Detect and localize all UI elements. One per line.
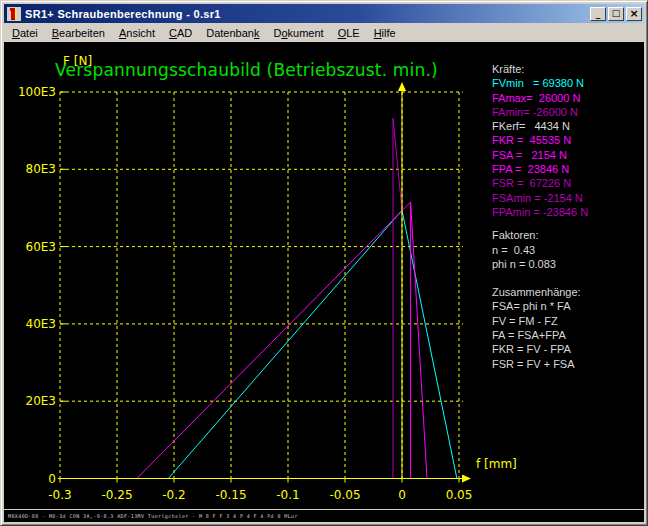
info-block-kraefte: Kräfte:FVmin = 69380 NFAmax= 26000 NFAmi… <box>492 62 588 219</box>
status-bar: M8X40D-88 - M8-3d CON 3A,-9-8.3 ADF-13MV… <box>4 509 644 522</box>
menu-item-bearbeiten[interactable]: Bearbeiten <box>46 25 113 41</box>
series-operating-state-bolt-line <box>137 202 411 479</box>
titlebar[interactable]: SR1+ Schraubenberechnung - 0.sr1 _ □ × <box>4 4 644 23</box>
close-icon: × <box>629 8 638 19</box>
menu-item-ole[interactable]: OLE <box>332 25 368 41</box>
info-line: FSR = 67226 N <box>492 176 588 190</box>
x-tick-label: -0.05 <box>329 488 360 502</box>
info-line: phi n = 0.083 <box>492 257 588 271</box>
menu-item-ansicht[interactable]: Ansicht <box>113 25 163 41</box>
app-icon[interactable] <box>7 7 21 21</box>
minimize-icon: _ <box>596 10 601 19</box>
info-block-zusammenhaenge: Zusammenhänge:FSA= phi n * FAFV = FM - F… <box>492 285 588 371</box>
info-line: Faktoren: <box>492 228 588 242</box>
info-line: FV = FM - FZ <box>492 314 588 328</box>
info-line: FVmin = 69380 N <box>492 76 588 90</box>
menubar: DateiBearbeitenAnsichtCADDatenbankDokume… <box>4 23 644 42</box>
menu-item-dokument[interactable]: Dokument <box>267 25 331 41</box>
x-tick-label: -0.15 <box>215 488 246 502</box>
info-line: Zusammenhänge: <box>492 285 588 299</box>
info-line: FSA = 2154 N <box>492 148 588 162</box>
chart-client-area: F [N] Verspannungsschaubild (Betriebszus… <box>4 42 644 509</box>
x-axis-label: f [mm] <box>476 457 517 471</box>
maximize-icon: □ <box>612 8 621 18</box>
info-line: FAmin= -26000 N <box>492 105 588 119</box>
info-line: FKR = 45535 N <box>492 133 588 147</box>
x-tick-label: 0.05 <box>446 488 473 502</box>
x-axis-arrow-icon <box>462 475 471 483</box>
info-line: FSA= phi n * FA <box>492 299 588 313</box>
series-min-state-peak-line <box>393 118 402 478</box>
info-line: n = 0.43 <box>492 243 588 257</box>
y-tick-label: 100E3 <box>12 85 56 99</box>
x-tick-label: -0.25 <box>101 488 132 502</box>
info-panel: Kräfte:FVmin = 69380 NFAmax= 26000 NFAmi… <box>492 62 588 371</box>
x-tick-label: -0.1 <box>276 488 299 502</box>
menu-item-datei[interactable]: Datei <box>6 25 46 41</box>
minimize-button[interactable]: _ <box>590 7 606 21</box>
menu-item-datenbank[interactable]: Datenbank <box>200 25 267 41</box>
info-line: FPAmin = -23846 N <box>492 205 588 219</box>
f-axis-arrow-icon <box>398 82 406 91</box>
x-tick-label: -0.3 <box>48 488 71 502</box>
series-operating-state-plates-line <box>411 202 427 479</box>
info-line: FPA = 23846 N <box>492 162 588 176</box>
info-line: FKerf= 4434 N <box>492 119 588 133</box>
info-block-faktoren: Faktoren:n = 0.43phi n = 0.083 <box>492 228 588 271</box>
x-tick-label: -0.2 <box>162 488 185 502</box>
close-button[interactable]: × <box>626 7 642 21</box>
y-tick-label: 0 <box>12 472 56 486</box>
info-line: Kräfte: <box>492 62 588 76</box>
info-line: FAmax= 26000 N <box>492 91 588 105</box>
maximize-button[interactable]: □ <box>608 7 624 21</box>
x-tick-label: 0 <box>398 488 406 502</box>
info-line: FSR = FV + FSA <box>492 357 588 371</box>
info-line: FSAmin = -2154 N <box>492 191 588 205</box>
window-title: SR1+ Schraubenberechnung - 0.sr1 <box>25 8 588 20</box>
app-window: SR1+ Schraubenberechnung - 0.sr1 _ □ × D… <box>0 0 648 526</box>
menu-item-cad[interactable]: CAD <box>163 25 200 41</box>
y-tick-label: 80E3 <box>12 162 56 176</box>
info-line: FKR = FV - FPA <box>492 342 588 356</box>
menu-item-hilfe[interactable]: Hilfe <box>368 25 404 41</box>
info-line: FA = FSA+FPA <box>492 328 588 342</box>
chart-title: Verspannungsschaubild (Betriebszust. min… <box>55 60 438 80</box>
y-tick-label: 20E3 <box>12 394 56 408</box>
y-tick-label: 40E3 <box>12 317 56 331</box>
y-tick-label: 60E3 <box>12 240 56 254</box>
